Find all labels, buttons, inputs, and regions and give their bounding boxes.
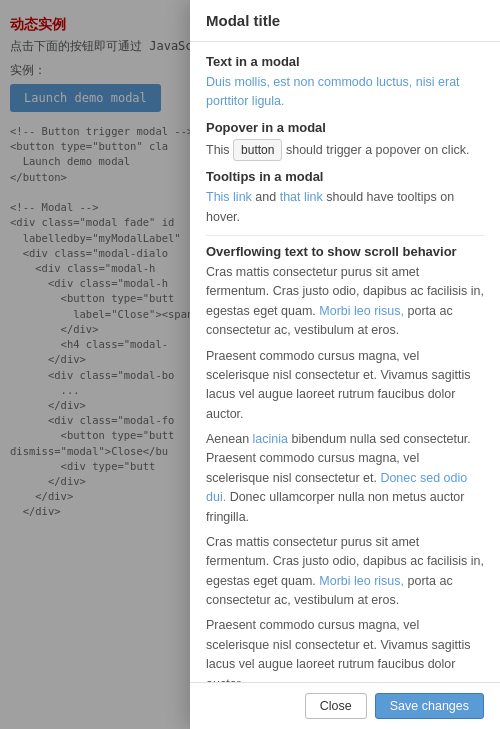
close-button[interactable]: Close: [305, 693, 367, 719]
overflow-para-1: Cras mattis consectetur purus sit amet f…: [206, 263, 484, 341]
duis-text: Duis mollis, est non commodo luctus, nis…: [206, 75, 460, 108]
overflow-highlight-3b: Donec sed odio dui.: [206, 471, 467, 504]
overflow-para-4: Cras mattis consectetur purus sit amet f…: [206, 533, 484, 611]
save-changes-button[interactable]: Save changes: [375, 693, 484, 719]
overflow-highlight-4: Morbi leo risus,: [319, 574, 404, 588]
popover-text-after: should trigger a popover on click.: [282, 143, 469, 157]
modal-body[interactable]: Text in a modal Duis mollis, est non com…: [190, 42, 500, 682]
popover-in-modal-title: Popover in a modal: [206, 120, 484, 135]
text-in-modal-title: Text in a modal: [206, 54, 484, 69]
popover-in-modal-para: This button should trigger a popover on …: [206, 139, 484, 162]
text-in-modal-para: Duis mollis, est non commodo luctus, nis…: [206, 73, 484, 112]
overflow-para-2: Praesent commodo cursus magna, vel scele…: [206, 347, 484, 425]
overflow-para-5: Praesent commodo cursus magna, vel scele…: [206, 616, 484, 682]
divider: [206, 235, 484, 236]
tooltip-link-1[interactable]: This link: [206, 190, 252, 204]
tooltip-link-2[interactable]: that link: [280, 190, 323, 204]
modal-footer: Close Save changes: [190, 682, 500, 729]
modal-dialog: Modal title Text in a modal Duis mollis,…: [190, 0, 500, 729]
overflow-para-3: Aenean lacinia bibendum nulla sed consec…: [206, 430, 484, 527]
modal-title: Modal title: [206, 12, 484, 29]
modal-header: Modal title: [190, 0, 500, 42]
overflow-highlight-1: Morbi leo risus,: [319, 304, 404, 318]
modal-overlay: Modal title Text in a modal Duis mollis,…: [0, 0, 500, 729]
overflowing-text-title: Overflowing text to show scroll behavior: [206, 244, 484, 259]
popover-text-before: This: [206, 143, 233, 157]
tooltips-in-modal-para: This link and that link should have tool…: [206, 188, 484, 227]
tooltips-in-modal-title: Tooltips in a modal: [206, 169, 484, 184]
popover-trigger-button[interactable]: button: [233, 139, 282, 162]
tooltip-and-text: and: [255, 190, 279, 204]
overflow-highlight-3a: lacinia: [253, 432, 288, 446]
